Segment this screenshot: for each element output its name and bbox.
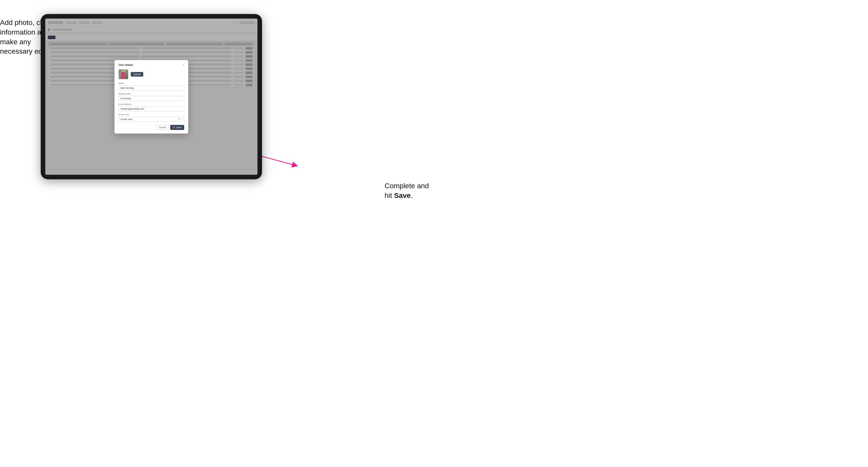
save-label: Save (176, 126, 181, 129)
avatar-thumbnail (119, 69, 128, 79)
annotation-right-line2: hit (385, 191, 394, 199)
school-year-clear-icon[interactable]: ✕ (178, 118, 180, 120)
tablet-screen: User details × Upload Name (45, 19, 257, 175)
save-button[interactable]: ⬆ Save (170, 125, 184, 130)
user-details-modal: User details × Upload Name (115, 60, 188, 133)
avatar-body (121, 71, 126, 79)
tablet-device: User details × Upload Name (41, 14, 262, 179)
upload-photo-button[interactable]: Upload (131, 72, 143, 76)
cancel-button[interactable]: Cancel (156, 125, 169, 130)
photo-section: Upload (119, 69, 184, 79)
display-name-input[interactable] (119, 96, 184, 101)
annotation-right-line1: Complete and (385, 182, 429, 190)
school-year-input[interactable] (119, 117, 184, 122)
modal-footer: Cancel ⬆ Save (119, 125, 184, 130)
name-label: Name (119, 82, 184, 85)
modal-title: User details (119, 64, 133, 66)
school-year-chevron-icon[interactable]: ⌄ (181, 118, 183, 120)
annotation-right-bold: Save (394, 191, 411, 199)
email-label: Email address (119, 103, 184, 105)
annotation-right: Complete and hit Save. (385, 181, 429, 200)
annotation-right-period: . (411, 191, 413, 199)
school-year-field-group: School Year ✕ ⌄ (119, 114, 184, 122)
app-background: User details × Upload Name (45, 19, 257, 175)
modal-header: User details × (119, 64, 184, 66)
display-name-field-group: Display name (119, 93, 184, 101)
email-field-group: Email address (119, 103, 184, 112)
school-year-controls: ✕ ⌄ (178, 118, 183, 120)
close-icon[interactable]: × (183, 64, 184, 66)
school-year-label: School Year (119, 114, 184, 116)
modal-overlay: User details × Upload Name (45, 19, 257, 175)
name-field-group: Name (119, 82, 184, 91)
email-input[interactable] (119, 106, 184, 112)
school-year-wrapper: ✕ ⌄ (119, 117, 184, 122)
name-input[interactable] (119, 86, 184, 91)
save-icon: ⬆ (173, 126, 175, 129)
display-name-label: Display name (119, 93, 184, 95)
